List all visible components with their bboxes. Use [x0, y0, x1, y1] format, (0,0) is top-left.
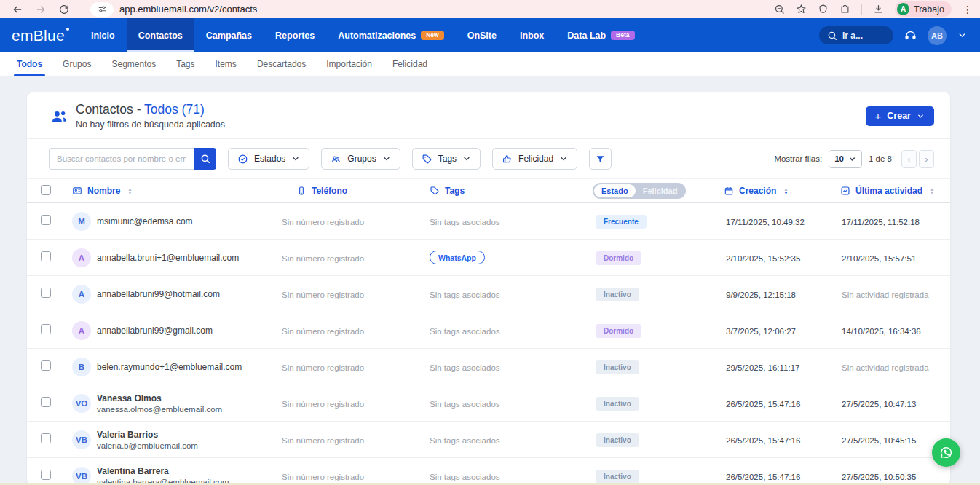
forward-icon[interactable]: [35, 4, 47, 15]
user-avatar[interactable]: AB: [928, 26, 947, 45]
contact-email: msimunic@edemsa.com: [97, 216, 193, 226]
rows-per-page-select[interactable]: 10: [829, 150, 862, 168]
creation-date: 17/11/2025, 10:49:32: [726, 218, 805, 226]
table-row[interactable]: B belen.raymundo+1@embluemail.com Sin nú…: [27, 349, 950, 385]
table-row[interactable]: VO Vanessa Olmos vanessa.olmos@embluemai…: [27, 385, 950, 422]
activity-icon: [840, 186, 850, 196]
column-header-creation[interactable]: Creación ▲▼: [690, 186, 811, 196]
toggle-estado[interactable]: Estado: [594, 184, 636, 197]
select-chevron-icon: [848, 155, 856, 163]
tab-items[interactable]: Items: [205, 52, 247, 76]
nav-item-label: OnSite: [467, 31, 497, 41]
shield-icon[interactable]: [818, 4, 829, 15]
column-header-name[interactable]: Nombre ▲▼: [72, 186, 282, 196]
row-checkbox[interactable]: [41, 470, 51, 480]
tags-value: Sin tags asociados: [430, 473, 500, 481]
contact-email: vanessa.olmos@embluemail.com: [97, 405, 222, 414]
row-checkbox[interactable]: [41, 433, 51, 443]
select-all-checkbox[interactable]: [41, 185, 51, 195]
extensions-icon[interactable]: [839, 4, 850, 15]
tab-felicidad[interactable]: Felicidad: [382, 52, 438, 76]
table-row[interactable]: A annabella.bruni+1@embluemail.com Sin n…: [27, 240, 950, 276]
nav-item-inbox[interactable]: Inbox: [508, 18, 556, 52]
bookmark-star-icon[interactable]: [796, 4, 807, 15]
global-search[interactable]: [819, 26, 893, 44]
column-header-last-activity[interactable]: Última actividad ▲▼: [811, 186, 938, 196]
row-checkbox[interactable]: [41, 360, 51, 371]
next-page-button[interactable]: ›: [919, 150, 934, 168]
whatsapp-float-button[interactable]: [932, 438, 960, 467]
row-checkbox[interactable]: [41, 288, 51, 298]
filter-dropdown-felicidad[interactable]: Felicidad: [492, 148, 577, 170]
tab-descartados[interactable]: Descartados: [247, 52, 316, 76]
download-icon[interactable]: [873, 4, 884, 15]
last-activity-date: 14/10/2025, 16:34:36: [842, 327, 921, 336]
global-search-input[interactable]: [842, 31, 885, 41]
status-badge: Frecuente: [596, 215, 647, 229]
column-header-phone[interactable]: Teléfono: [282, 186, 400, 196]
toggle-felicidad[interactable]: Felicidad: [636, 184, 685, 197]
contact-email: annabellabruni99@gmail.com: [97, 326, 213, 336]
phone-icon: [296, 186, 307, 196]
sort-icon-desc: ▲▼: [783, 187, 788, 195]
support-headset-icon[interactable]: [904, 29, 917, 42]
filter-dropdown-estados[interactable]: Estados: [228, 148, 309, 170]
nav-item-onsite[interactable]: OnSite: [456, 18, 508, 52]
tab-todos[interactable]: Todos: [7, 52, 52, 76]
contact-name: Valentina Barrera: [97, 466, 229, 476]
nav-item-contactos[interactable]: Contactos: [127, 18, 194, 52]
nav-item-automatizaciones[interactable]: AutomatizacionesNew: [326, 18, 455, 52]
filter-dropdown-grupos[interactable]: Grupos: [321, 148, 400, 170]
url-text[interactable]: app.embluemail.com/v2/contacts: [119, 4, 257, 15]
tab-grupos[interactable]: Grupos: [52, 52, 101, 76]
nav-item-inicio[interactable]: Inicio: [79, 18, 127, 52]
table-row[interactable]: VB Valeria Barrios valeria.b@embluemail.…: [27, 422, 950, 458]
prev-page-button[interactable]: ‹: [901, 150, 917, 168]
tag-icon: [422, 154, 432, 165]
contacts-search-button[interactable]: [194, 148, 216, 170]
row-checkbox[interactable]: [41, 324, 51, 334]
page-title-selection[interactable]: Todos (71): [144, 102, 205, 117]
column-header-tags[interactable]: Tags: [400, 186, 565, 196]
phone-value: Sin número registrado: [282, 291, 364, 299]
avatar: VO: [72, 394, 91, 413]
thumb-up-icon: [502, 154, 513, 165]
filter-dropdown-tags[interactable]: Tags: [412, 148, 481, 170]
create-button[interactable]: + Crear: [866, 106, 934, 126]
browser-profile-chip[interactable]: A Trabajo: [895, 1, 952, 17]
tab-importacion[interactable]: Importación: [316, 52, 382, 76]
phone-value: Sin número registrado: [282, 327, 364, 336]
nav-item-campanas[interactable]: Campañas: [194, 18, 264, 52]
table-row[interactable]: A annabellabruni99@hotmail.com Sin númer…: [27, 276, 950, 312]
rows-per-page-label: Mostrar filas:: [774, 154, 822, 163]
state-happiness-toggle[interactable]: Estado Felicidad: [593, 183, 686, 199]
clear-filters-button[interactable]: [589, 148, 612, 170]
reload-icon[interactable]: [58, 4, 70, 15]
user-menu-chevron-icon[interactable]: [957, 31, 967, 40]
contacts-search-input[interactable]: [49, 148, 194, 170]
nav-item-data-lab[interactable]: Data LabBeta: [556, 18, 646, 52]
emblue-logo[interactable]: emBlue: [12, 27, 65, 44]
browser-menu-icon[interactable]: ⋮: [963, 4, 973, 15]
creation-date: 26/5/2025, 15:47:16: [726, 473, 800, 481]
table-body: M msimunic@edemsa.com Sin número registr…: [27, 203, 950, 485]
site-info-icon[interactable]: [90, 2, 114, 17]
row-checkbox[interactable]: [41, 215, 51, 225]
last-activity-date: 27/5/2025, 10:47:13: [842, 400, 916, 409]
row-checkbox[interactable]: [41, 397, 51, 407]
table-row[interactable]: M msimunic@edemsa.com Sin número registr…: [27, 203, 950, 240]
row-checkbox[interactable]: [41, 251, 51, 261]
contact-email: annabellabruni99@hotmail.com: [97, 289, 220, 299]
contact-email: valeria.b@embluemail.com: [97, 441, 198, 450]
nav-item-label: Data Lab: [567, 31, 606, 41]
back-icon[interactable]: [12, 4, 23, 15]
tab-segmentos[interactable]: Segmentos: [101, 52, 166, 76]
main-nav: InicioContactosCampañasReportesAutomatiz…: [79, 18, 647, 52]
tab-tags[interactable]: Tags: [166, 52, 205, 76]
table-row[interactable]: VB Valentina Barrera valentina.barrera@e…: [27, 458, 950, 485]
nav-item-reportes[interactable]: Reportes: [264, 18, 326, 52]
zoom-indicator-icon[interactable]: [774, 4, 785, 15]
nav-item-label: Automatizaciones: [338, 31, 416, 41]
contact-name: Vanessa Olmos: [97, 393, 222, 403]
table-row[interactable]: A annabellabruni99@gmail.com Sin número …: [27, 312, 950, 349]
